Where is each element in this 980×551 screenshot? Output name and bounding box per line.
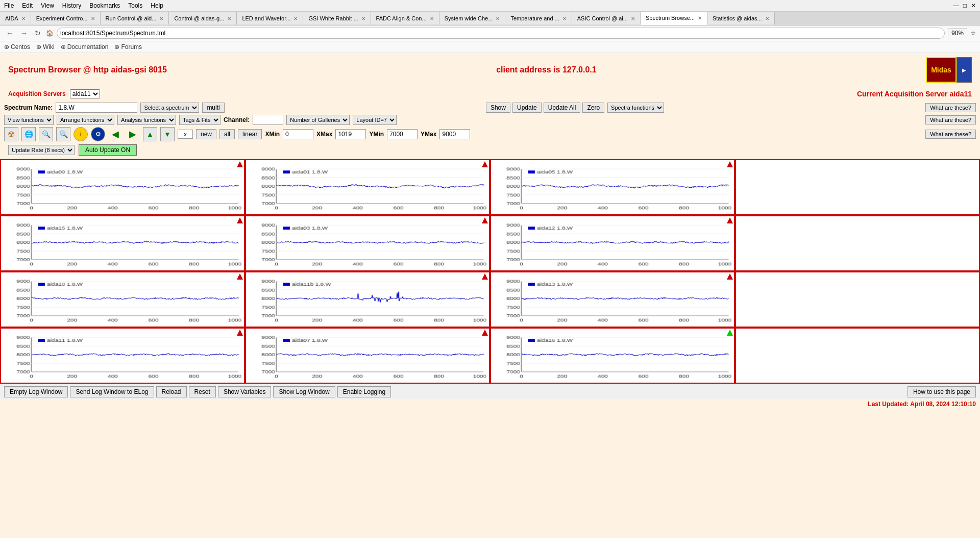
show-variables-button[interactable]: Show Variables [218,386,272,397]
zero-button[interactable]: Zero [582,103,604,113]
tab-aida[interactable]: AIDA✕ [0,12,31,24]
menu-bookmarks[interactable]: Bookmarks [89,2,120,9]
close-tab-spectrum[interactable]: ✕ [698,15,702,21]
spectra-functions-select[interactable]: Spectra functions [607,103,664,113]
bookmark-documentation[interactable]: ⊕ Documentation [61,43,109,51]
send-log-button[interactable]: Send Log Window to ELog [70,386,154,397]
tab-system[interactable]: System wide Che...✕ [439,12,506,24]
tab-fadc[interactable]: FADC Align & Con...✕ [371,12,439,24]
reset-button[interactable]: Reset [189,386,216,397]
xmin-input[interactable] [283,129,313,139]
channel-input[interactable] [253,115,283,125]
select-spectrum-dropdown[interactable]: Select a spectrum [140,103,199,113]
gallery-cell-6[interactable] [490,215,735,271]
gallery-cell-4[interactable] [0,215,245,271]
tab-spectrum[interactable]: Spectrum Browse...✕ [641,12,707,25]
close-tab-led[interactable]: ✕ [293,16,298,21]
zoom-in-icon-btn[interactable]: 🔍 [39,127,53,141]
close-tab-asic[interactable]: ✕ [631,16,635,21]
gallery-cell-12[interactable] [0,328,245,384]
close-tab-aida[interactable]: ✕ [21,16,26,21]
close-tab-fadc[interactable]: ✕ [430,16,434,21]
gallery-cell-11[interactable] [735,271,980,328]
what-these-button-3[interactable]: What are these? [925,130,976,139]
gallery-cell-13[interactable] [245,328,490,384]
how-to-use-button[interactable]: How to use this page [908,386,976,397]
tab-run-control[interactable]: Run Control @ aid...✕ [101,12,169,24]
up-arrow-btn[interactable]: ▲ [143,127,157,141]
close-tab-gsi[interactable]: ✕ [361,16,365,21]
gallery-cell-8[interactable] [0,271,245,328]
tab-temp[interactable]: Temperature and ...✕ [505,12,572,24]
gallery-cell-10[interactable] [490,271,735,328]
x-input[interactable] [178,130,193,139]
show-button[interactable]: Show [486,103,510,113]
tab-statistics[interactable]: Statistics @ aidas...✕ [707,12,775,24]
tab-asic[interactable]: ASIC Control @ ai...✕ [572,12,641,24]
update-button[interactable]: Update [512,103,542,113]
radiation-icon-btn[interactable]: ☢ [4,127,18,141]
menu-history[interactable]: History [62,2,81,9]
number-galleries-select[interactable]: Number of Galleries [286,115,350,125]
gallery-cell-3[interactable] [735,159,980,215]
gallery-cell-9[interactable] [245,271,490,328]
left-arrow-btn[interactable]: ◀ [108,127,122,141]
down-arrow-btn[interactable]: ▼ [160,127,175,141]
window-close[interactable]: ✕ [971,2,976,9]
acq-server-select[interactable]: aida11 [70,89,100,98]
ymax-input[interactable] [439,129,470,139]
menu-edit[interactable]: Edit [22,2,33,9]
bookmark-centos[interactable]: ⊕ Centos [4,43,30,51]
new-button[interactable]: new [196,129,216,139]
update-rate-select[interactable]: Update Rate (8 secs) [8,145,75,155]
tab-led[interactable]: LED and Wavefor...✕ [237,12,303,24]
menu-file[interactable]: File [4,2,14,9]
globe-icon-btn[interactable]: 🌐 [21,127,36,141]
auto-update-button[interactable]: Auto Update ON [79,144,137,156]
spectrum-name-input[interactable] [56,103,137,113]
navy-circle-btn[interactable]: ⚙ [91,127,105,141]
view-functions-select[interactable]: View functions [4,115,54,125]
xmax-input[interactable] [335,129,366,139]
bookmark-wiki[interactable]: ⊕ Wiki [36,43,55,51]
close-tab-statistics[interactable]: ✕ [765,16,769,21]
ymin-input[interactable] [387,129,418,139]
close-tab-experiment[interactable]: ✕ [91,16,95,21]
show-log-window-button[interactable]: Show Log Window [273,386,335,397]
gallery-cell-0[interactable] [0,159,245,215]
address-input[interactable] [57,28,945,39]
back-button[interactable]: ← [4,28,15,38]
gallery-cell-1[interactable] [245,159,490,215]
reload-button[interactable]: Reload [156,386,187,397]
menu-help[interactable]: Help [151,2,163,9]
all-button[interactable]: all [219,129,235,139]
what-these-button-1[interactable]: What are these? [925,103,976,112]
window-minimize[interactable]: — [953,2,959,9]
arrange-functions-select[interactable]: Arrange functions [57,115,114,125]
analysis-functions-select[interactable]: Analysis functions [117,115,176,125]
forward-button[interactable]: → [18,28,30,38]
yellow-circle-btn[interactable]: i [74,127,88,141]
enable-logging-button[interactable]: Enable Logging [337,386,391,397]
tab-experiment[interactable]: Experiment Contro...✕ [31,12,101,24]
what-these-button-2[interactable]: What are these? [925,115,976,124]
zoom-out-icon-btn[interactable]: 🔍 [56,127,70,141]
tab-control[interactable]: Control @ aidas-g...✕ [169,12,237,24]
gallery-cell-15[interactable] [735,328,980,384]
layout-id-select[interactable]: Layout ID=7 [353,115,397,125]
multi-button[interactable]: multi [202,103,224,113]
tags-fits-select[interactable]: Tags & Fits [179,115,220,125]
right-arrow-btn[interactable]: ▶ [126,127,140,141]
gallery-cell-2[interactable] [490,159,735,215]
bookmark-icon[interactable]: ☆ [970,30,976,37]
reload-browser-button[interactable]: ↻ [33,28,43,38]
gallery-cell-5[interactable] [245,215,490,271]
bookmark-forums[interactable]: ⊕ Forums [114,43,142,51]
close-tab-control[interactable]: ✕ [227,16,231,21]
close-tab-run-control[interactable]: ✕ [159,16,163,21]
close-tab-system[interactable]: ✕ [496,16,500,21]
update-all-button[interactable]: Update All [544,103,581,113]
empty-log-button[interactable]: Empty Log Window [4,386,68,397]
linear-button[interactable]: linear [238,129,262,139]
tab-gsi[interactable]: GSI White Rabbit ...✕ [303,12,371,24]
